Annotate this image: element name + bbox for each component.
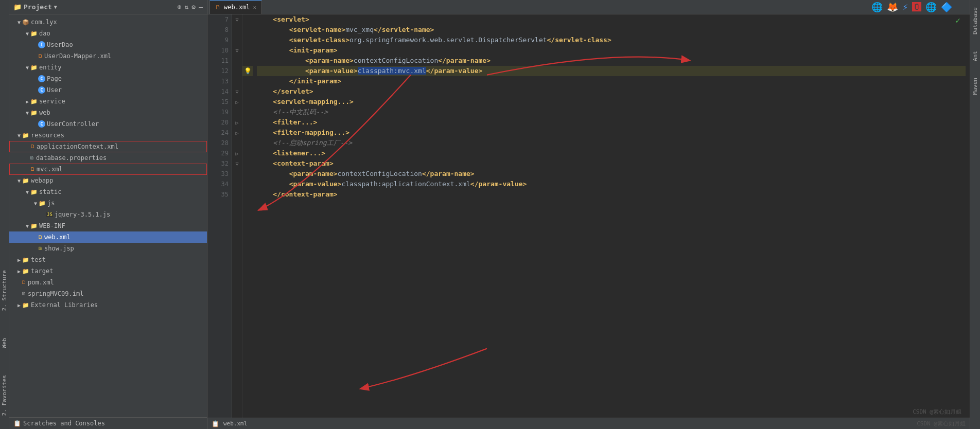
tree-item-iml[interactable]: ▶ 🗎 springMVC09.iml (9, 288, 207, 299)
add-icon[interactable]: ⊕ (178, 3, 182, 11)
folder-icon: 📁 (30, 222, 38, 230)
tree-item-js[interactable]: ▼ 📁 js (9, 198, 207, 209)
folder-icon: 📁 (13, 3, 22, 11)
folder-icon: 📁 (22, 176, 30, 185)
tree-item-dao[interactable]: ▼ 📁 dao (9, 28, 207, 39)
fold-24[interactable]: ▷ (235, 130, 238, 136)
tree-item-userdao-mapper[interactable]: ▶ 🗋 UserDao-Mapper.xml (9, 50, 207, 62)
tree-item-webinf[interactable]: ▼ 📁 WEB-INF (9, 220, 207, 231)
tree-item-web[interactable]: ▼ 📁 web (9, 107, 207, 118)
bulb-icon[interactable]: 💡 (244, 67, 252, 75)
code-line-33: <param-name>contextConfigLocation</param… (257, 169, 966, 179)
fold-32[interactable]: ▽ (235, 161, 238, 167)
code-line-24: <filter-mapping...> (257, 128, 966, 138)
pom-icon: 🗋 (22, 280, 26, 285)
tree-item-mvc-xml[interactable]: ▶ 🗋 mvc.xml (9, 164, 207, 175)
tree-item-jquery[interactable]: ▶ JS jquery-3.5.1.js (9, 209, 207, 220)
tree-item-webxml[interactable]: ▶ 🗋 web.xml (9, 231, 207, 243)
class-icon: C (38, 120, 45, 128)
code-line-20: <filter...> (257, 117, 966, 128)
class-icon: C (38, 75, 45, 82)
xml-icon: 🗋 (38, 53, 43, 59)
xml-icon: 🗋 (38, 235, 43, 240)
fold-10[interactable]: ▽ (235, 48, 238, 53)
structure-panel-label[interactable]: 2. Structure (1, 267, 8, 314)
edge2-icon[interactable]: 🔷 (941, 2, 952, 12)
tab-label: web.xml (224, 4, 250, 11)
tree-item-userdao[interactable]: ▶ I UserDao (9, 39, 207, 50)
tree-item-resources[interactable]: ▼ 📁 resources (9, 130, 207, 141)
tab-webxml[interactable]: 🗋 web.xml × (209, 1, 262, 14)
chrome-icon[interactable]: 🌐 (871, 2, 883, 12)
tree-item-test[interactable]: ▶ 📁 test (9, 254, 207, 265)
firefox-icon[interactable]: 🦊 (887, 2, 898, 12)
class-icon: C (38, 86, 45, 94)
sort-icon[interactable]: ⇅ (185, 3, 189, 11)
folder-icon: 📁 (30, 29, 38, 38)
fold-20[interactable]: ▷ (235, 120, 238, 126)
code-line-14: </servlet> (257, 86, 966, 97)
database-panel-label[interactable]: Database (972, 4, 978, 38)
folder-icon: 📁 (30, 109, 38, 117)
favorites-panel-label[interactable]: 2. Favorites (1, 372, 8, 419)
checkmark: ✓ (955, 15, 960, 25)
code-line-11: <param-name>contextConfigLocation</param… (257, 56, 966, 66)
tab-close[interactable]: × (253, 4, 257, 11)
tree-item-showjsp[interactable]: ▶ 🗎 show.jsp (9, 243, 207, 254)
code-editor[interactable]: 7 8 9 10 11 12 13 14 15 19 20 24 28 29 3… (207, 14, 970, 418)
tree-item-service[interactable]: ▶ 📁 service (9, 96, 207, 107)
tree-item-user[interactable]: ▶ C User (9, 84, 207, 96)
dropdown-icon[interactable]: ▼ (54, 4, 57, 10)
fold-7[interactable]: ▽ (235, 17, 238, 23)
ie-icon[interactable]: 🌐 (925, 2, 937, 12)
folder-icon: 📁 (30, 63, 38, 72)
fold-29[interactable]: ▷ (235, 151, 238, 156)
tree-item-com-lyx[interactable]: ▼ 📦 com.lyx (9, 16, 207, 28)
interface-icon: I (38, 41, 45, 48)
tree-item-usercontroller[interactable]: ▶ C UserController (9, 118, 207, 130)
iml-icon: 🗎 (22, 291, 26, 296)
settings-icon[interactable]: ⚙ (191, 3, 196, 11)
sidebar-title: Project (24, 3, 52, 11)
code-line-28: <!--启动spring工厂--> (257, 138, 966, 148)
ant-panel-label[interactable]: Ant (972, 48, 978, 64)
browser-icons-bar: 🌐 🦊 ⚡ 🅾 🌐 🔷 (871, 2, 952, 12)
edge-icon[interactable]: ⚡ (902, 2, 908, 12)
folder-icon: 📁 (30, 188, 38, 196)
code-content-area[interactable]: <servlet> <servlet-name>mvc_xmq</servlet… (253, 14, 970, 418)
tree-item-database-props[interactable]: ▶ 🗎 database.properties (9, 152, 207, 164)
watermark-bottom: CSDN @素心如月姐 (917, 420, 966, 427)
right-tool-panel: Database Ant Maven (970, 0, 980, 429)
maven-panel-label[interactable]: Maven (972, 75, 978, 98)
folder-icon: 📁 (22, 256, 30, 264)
code-line-34: <param-value>classpath:applicationContex… (257, 179, 966, 189)
folder-icon: 📁 (38, 199, 46, 207)
minimize-icon[interactable]: — (199, 3, 203, 11)
web-panel-label[interactable]: Web (1, 335, 8, 351)
props-icon: 🗎 (30, 155, 34, 160)
folder-icon: 📁 (22, 301, 30, 309)
code-line-35: </context-param> (257, 189, 966, 200)
xml-icon: 🗋 (30, 167, 35, 172)
folder-icon: 📁 (30, 97, 38, 105)
code-line-12: <param-value>classpath:mvc.xml</param-va… (257, 66, 966, 76)
code-line-7: <servlet> (257, 14, 966, 25)
scratches-icon: 📋 (13, 420, 21, 427)
tree-item-appcontext[interactable]: ▶ 🗋 applicationContext.xml (9, 141, 207, 152)
tree-item-entity[interactable]: ▼ 📁 entity (9, 62, 207, 73)
xml-icon: 🗋 (30, 144, 35, 149)
tree-item-page[interactable]: ▶ C Page (9, 73, 207, 84)
opera-icon[interactable]: 🅾 (912, 2, 921, 12)
tree-item-target[interactable]: ▶ 📁 target (9, 265, 207, 277)
code-line-19: <!--中文乱码--> (257, 107, 966, 117)
fold-14[interactable]: ▽ (235, 89, 238, 95)
tree-item-pom[interactable]: ▶ 🗋 pom.xml (9, 277, 207, 288)
status-icon: 📋 (212, 420, 219, 427)
fold-15[interactable]: ▷ (235, 99, 238, 105)
tree-item-webapp[interactable]: ▼ 📁 webapp (9, 175, 207, 186)
js-icon: JS (46, 212, 53, 217)
tree-item-ext-libs[interactable]: ▶ 📁 External Libraries (9, 299, 207, 311)
project-tree: ▼ 📦 com.lyx ▼ 📁 dao ▶ I UserDao ▶ 🗋 User… (9, 14, 207, 417)
tree-item-static[interactable]: ▼ 📁 static (9, 186, 207, 198)
scratches-consoles[interactable]: 📋 Scratches and Consoles (9, 417, 207, 429)
